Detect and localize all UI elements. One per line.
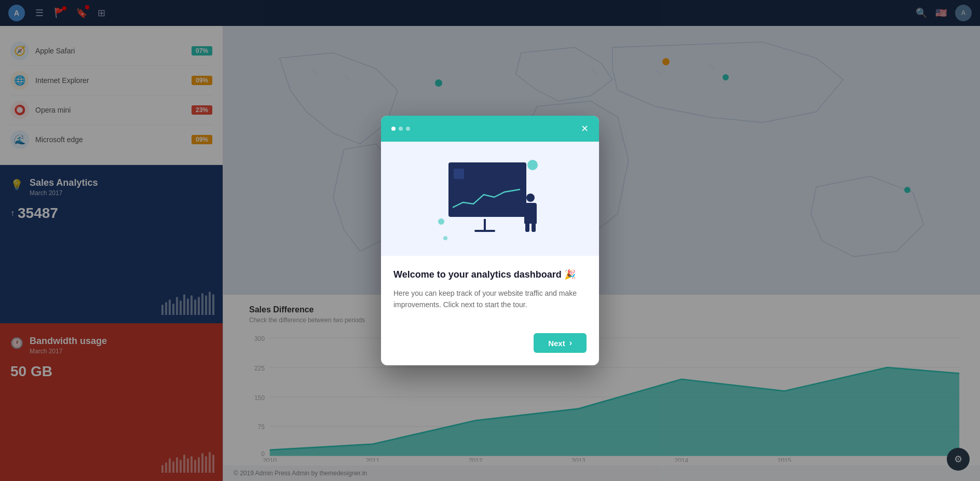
- modal-dot-1: [391, 127, 396, 131]
- illus-dot-teal-3: [443, 236, 447, 240]
- next-button-label: Next: [548, 339, 565, 348]
- modal-body-text: Here you can keep track of your website …: [393, 287, 587, 311]
- modal-dot-2: [399, 127, 403, 131]
- illus-base: [474, 230, 495, 232]
- modal-footer: Next ›: [381, 333, 599, 365]
- illus-leg-right: [532, 224, 536, 232]
- illus-legs: [524, 224, 537, 232]
- illus-dot-teal-2: [438, 218, 444, 225]
- illus-chart-line: [453, 184, 522, 213]
- illus-board: [448, 162, 526, 217]
- illus-dot-teal-1: [527, 160, 538, 170]
- illustration-container: [438, 157, 542, 240]
- illus-board-square: [454, 169, 464, 179]
- modal-illustration: [381, 142, 599, 256]
- illus-head: [526, 194, 535, 202]
- illus-person: [524, 194, 537, 232]
- modal-title: Welcome to your analytics dashboard 🎉: [393, 268, 587, 281]
- modal-header: ✕: [381, 116, 599, 142]
- illus-body: [524, 203, 537, 224]
- modal-close-button[interactable]: ✕: [581, 124, 589, 133]
- modal-overlay: ✕: [0, 0, 980, 481]
- next-button[interactable]: Next ›: [534, 333, 587, 353]
- welcome-modal: ✕: [381, 116, 599, 366]
- modal-dot-3: [406, 127, 410, 131]
- next-button-chevron-icon: ›: [569, 338, 572, 348]
- modal-progress-dots: [391, 127, 410, 131]
- modal-body: Welcome to your analytics dashboard 🎉 He…: [381, 256, 599, 334]
- illus-leg-left: [525, 224, 529, 232]
